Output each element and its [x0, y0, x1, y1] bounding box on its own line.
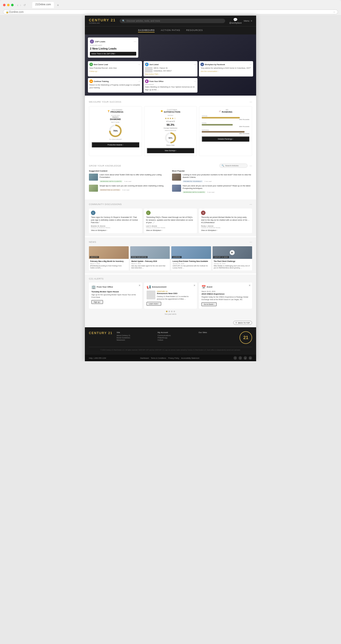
alert-close-2[interactable]: ✕ — [193, 284, 195, 287]
training-dots[interactable]: ··· — [138, 80, 140, 83]
detailed-rankings-button[interactable]: Detailed Rankings › — [202, 136, 249, 142]
footer-dashboard-link[interactable]: Dashboard — [140, 357, 149, 359]
workplace-dots[interactable]: ··· — [250, 63, 252, 66]
measure-dots[interactable]: ··· — [250, 100, 252, 104]
footer-link-about[interactable]: About Century 21 — [117, 335, 154, 336]
community-section: Community Discussions ··· C "New signs f… — [85, 199, 256, 236]
community-text-3: "Recently we joined Michael Medlar for h… — [201, 216, 250, 224]
zap-crm-button[interactable]: Action Them in the ZAP CRM › — [90, 52, 136, 56]
nav-dashboard[interactable]: DASHBOARD — [138, 28, 155, 32]
just-listed-action[interactable]: Start Action Path › — [145, 73, 196, 75]
zap-dots[interactable]: ··· — [134, 40, 136, 43]
zap-title: ZAP Leads — [95, 41, 105, 43]
news-card-4[interactable]: CENTURY 21 NEWS ▶ The Past Client Challe… — [213, 246, 252, 270]
article-tag-3: PROMOTE YOURSELF — [183, 180, 203, 182]
alert-dot-2[interactable] — [168, 311, 170, 312]
article-title-1[interactable]: Learn more about what Toolkit CMA has to… — [99, 174, 169, 179]
career-lead-action[interactable]: Follow up › — [89, 70, 141, 72]
news-title-4: The Past Client Challenge — [214, 260, 251, 262]
article-title-4[interactable]: Have you done all you can to boost your … — [183, 185, 252, 190]
footer-link-culture[interactable]: Culture — [158, 339, 195, 341]
workplace-action[interactable]: Join the conversation › — [200, 70, 252, 72]
award-progress-card: 🏆 2019 Award Progress ACHIEVED Masters D… — [89, 106, 142, 156]
footer-link-comms[interactable]: Communications — [158, 335, 195, 336]
alerts-section: C21 Alerts ✕ 🏢 From Your Office Tuesday … — [85, 274, 256, 318]
community-link-1[interactable]: View on Workplace › — [91, 229, 140, 231]
news-date-3: January 20, 2019 — [173, 263, 210, 264]
knowledge-dots[interactable]: ··· — [250, 164, 252, 168]
just-listed-card: 🏠 Just Listed ··· 335 E. Falcon St Colum… — [144, 61, 198, 76]
community-link-2[interactable]: View on Workplace › — [146, 229, 195, 231]
footer-link-brand[interactable]: Brand Guidelines — [117, 337, 154, 339]
article-title-3[interactable]: Looking to move your production numbers … — [183, 174, 252, 179]
footer-privacy-link[interactable]: Privacy Policy — [168, 357, 179, 359]
article-search[interactable]: 🔍 — [219, 164, 248, 168]
view-surveys-button[interactable]: View Surveys › — [147, 148, 194, 153]
production-awards-button[interactable]: Production Awards › — [92, 142, 139, 147]
event-date: March 19-22, 2019 — [201, 291, 250, 292]
logo: CENTURY 21 — [89, 18, 116, 22]
search-input[interactable] — [126, 20, 223, 22]
just-listed-img — [145, 67, 153, 72]
rating-label: RATING — [147, 115, 194, 116]
office-dots[interactable]: ··· — [194, 80, 196, 83]
knowledge-title: Grow Your Knowledge — [89, 165, 121, 167]
community-link-3[interactable]: View on Workplace › — [201, 229, 250, 231]
article-img-2 — [89, 185, 98, 192]
alert-btn-announcement[interactable]: Learn more › — [147, 302, 161, 306]
community-icon-1: C — [91, 211, 95, 215]
news-grid: INDUSTRY February Was a Big Month for In… — [89, 246, 252, 270]
announcement-img — [147, 291, 155, 299]
footer-link-newsroom[interactable]: Newsroom — [117, 339, 154, 341]
alert-btn-event[interactable]: Go to Event › — [201, 302, 216, 306]
article-read-2: 3 min read — [122, 189, 129, 191]
alert-close-3[interactable]: ✕ — [249, 284, 251, 287]
participation-label: PARTICIPATION — [147, 130, 194, 131]
news-dots[interactable]: ··· — [250, 240, 252, 244]
alert-card-announcement: ✕ 📢 Announcement CENTURY 21 Announces Ne… — [144, 283, 197, 309]
nav-resources[interactable]: RESOURCES — [186, 28, 203, 32]
forward-button[interactable]: › — [20, 3, 21, 7]
suggested-title: Suggested Content — [89, 170, 169, 172]
header-search[interactable]: 🔍 — [120, 19, 225, 23]
article-title-2[interactable]: Simple tips to make sure you are coverin… — [99, 185, 169, 187]
measure-title: Measure Your Success — [89, 101, 121, 103]
news-card-1[interactable]: INDUSTRY February Was a Big Month for In… — [89, 246, 129, 270]
national-rank-label: NATIONAL — [202, 129, 249, 131]
career-lead-dots[interactable]: ··· — [138, 63, 140, 66]
footer-link-philanthropy[interactable]: Philanthropy — [158, 337, 195, 339]
back-button[interactable]: ‹ — [17, 3, 18, 7]
just-listed-dots[interactable]: ··· — [194, 63, 196, 66]
youtube-icon[interactable]: y — [244, 356, 247, 360]
past-alerts-link[interactable]: See past alerts — [89, 313, 252, 315]
refresh-button[interactable]: ↺ — [23, 4, 26, 7]
alert-btn-office[interactable]: Sign up › — [91, 300, 103, 304]
community-dots[interactable]: ··· — [250, 203, 252, 206]
linkedin-icon[interactable]: in — [249, 356, 252, 360]
address-bar[interactable]: 🔒 21online.com ☆ — [3, 10, 338, 14]
footer-accessibility-link[interactable]: Accessibility Statement — [181, 357, 199, 359]
alert-close-1[interactable]: ✕ — [139, 284, 141, 287]
play-button[interactable]: ▶ — [230, 250, 235, 255]
alert-icon-office: 🏢 — [91, 285, 96, 289]
metrics-grid: 🏆 2019 Award Progress ACHIEVED Masters D… — [89, 106, 252, 156]
news-card-2[interactable]: FROM YOUR OFFICE Market Update - Februar… — [130, 246, 170, 270]
alert-dot-1[interactable] — [166, 311, 167, 312]
alert-dot-3[interactable] — [171, 311, 173, 312]
new-tab-button[interactable]: + — [55, 2, 61, 8]
footer-site-col: Site — [117, 331, 154, 334]
browser-tab[interactable]: 21Online.com — [32, 2, 54, 8]
news-card-3[interactable]: LEARNING Luxury Real Estate Training Now… — [171, 246, 211, 270]
menu-button[interactable]: Menu ≡ — [244, 20, 252, 22]
alert-dot-4[interactable] — [174, 311, 175, 312]
footer-terms-link[interactable]: Terms & Conditions — [151, 357, 166, 359]
community-author-1: Brandon W. Arizone — [91, 225, 140, 227]
alert-type-event: Event — [207, 286, 212, 288]
nav-action-paths[interactable]: ACTION PATHS — [161, 28, 180, 32]
twitter-icon[interactable]: t — [238, 356, 242, 360]
back-to-top-button[interactable]: ⊙ BACK TO TOP — [233, 321, 252, 325]
workplace-icon[interactable]: 💬 @workplace — [229, 18, 242, 24]
office-time: YESTERDAY — [145, 84, 196, 85]
article-search-input[interactable] — [225, 165, 245, 167]
facebook-icon[interactable]: f — [233, 356, 237, 360]
